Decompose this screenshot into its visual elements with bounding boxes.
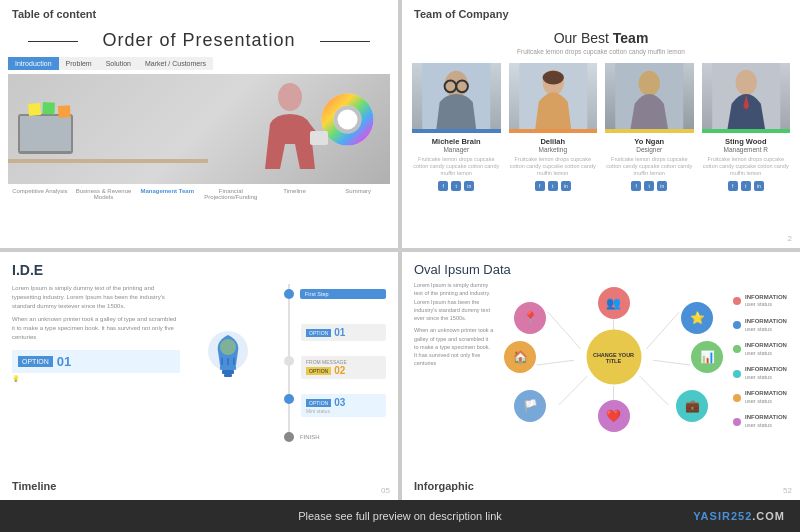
info-body: Lorem Ipsum is simply dummy text of the … [414,277,788,437]
tab-introduction[interactable]: Introduction [8,57,59,70]
member-photo-3 [605,63,694,133]
member-icons-1: f t in [412,181,501,191]
info-label-3: INFORMATION [745,342,787,350]
info-dot-3 [733,345,741,353]
orbit-left: 🏠 [504,341,536,373]
option-03-num: 03 [334,397,345,408]
tl-item-4: OPTION 03 Mini status [276,394,386,417]
bottom-bar: Please see full preview on description l… [0,500,800,532]
member-icons-2: f t in [509,181,598,191]
toc-label: Table of content [12,8,96,20]
member-desc-2: Fruitcake lemon drops cupcake cotton can… [509,156,598,177]
tl-card-1: First Step [300,289,386,299]
svg-point-3 [278,83,302,111]
ide-title: I.D.E [12,262,386,278]
team-member-2: Delilah Marketing Fruitcake lemon drops … [509,63,598,191]
info-text-1: INFORMATION user status [745,294,787,309]
orbit-icon-pin: 📍 [523,311,538,325]
tab-market[interactable]: Market / Customers [138,57,213,70]
member-icon-li-4: in [754,181,764,191]
ide-text: Lorem Ipsum is simply dummy text of the … [12,284,180,442]
nav-competitive: Competitive Analysis [8,188,72,200]
svg-rect-29 [222,370,234,374]
yasir-logo: YASIR252.COM [693,510,785,522]
svg-point-22 [735,70,756,95]
info-text-left: Lorem Ipsum is simply dummy text of the … [414,277,494,437]
nav-financial: Financial Projections/Funding [199,188,263,200]
orbit-icon-bag: 💼 [685,399,700,413]
toc-image [8,74,390,184]
info-row-2: INFORMATION user status [733,318,788,333]
member-name-2: Delilah [509,137,598,146]
info-label-1: INFORMATION [745,294,787,302]
tl-dot-3 [284,394,294,404]
svg-line-37 [559,376,587,405]
tl-dot-2 [284,356,294,366]
svg-point-18 [542,71,563,85]
center-circle: CHANGE YOUR TITLE [586,330,641,385]
tl-card-4: OPTION 03 Mini status [301,394,386,417]
team-subtitle: Fruitcake lemon drops cupcake cotton can… [412,48,790,55]
team-member-1: Michele Brain Manager Fruitcake lemon dr… [412,63,501,191]
svg-line-39 [548,312,581,349]
info-row-1: INFORMATION user status [733,294,788,309]
tl-item-3: FROM MESSAGE OPTION 02 [276,356,386,379]
option-number: 01 [57,354,71,369]
orbit-icon-flag: 🏳️ [523,399,538,413]
member-icon-tw-4: t [741,181,751,191]
info-items-right: INFORMATION user status INFORMATION user… [733,277,788,437]
team-member-3: Yo Ngan Designer Fruitcake lemon drops c… [605,63,694,191]
orbit-top-center: 👥 [598,287,630,319]
nav-management: Management Team [135,188,199,200]
svg-point-31 [220,339,236,355]
member-photo-1 [412,63,501,133]
team-header: Our Best Team Fruitcake lemon drops cupc… [412,30,790,55]
orbit-bottom: ❤️ [598,400,630,432]
team-members: Michele Brain Manager Fruitcake lemon dr… [412,63,790,191]
team-title: Our Best Team [412,30,790,46]
member-icons-4: f t in [702,181,791,191]
orbit-icon-home: 🏠 [513,350,528,364]
tl-card-2: OPTION 01 [301,324,386,341]
tl-item-1: First Step [276,289,386,299]
page-num-ide: 05 [381,486,390,495]
orbit-icon-people: 👥 [606,296,621,310]
info-user-5: user status [745,398,772,404]
page-num-team: 2 [788,234,792,243]
member-name-3: Yo Ngan [605,137,694,146]
mini-status: Mini status [306,408,381,414]
info-diagram: CHANGE YOUR TITLE 👥 ⭐ 📊 💼 ❤️ [504,277,723,437]
option-03-badge: OPTION [306,399,331,407]
ide-bulb-hint: 💡 [12,375,180,382]
info-user-1: user status [745,301,772,307]
member-desc-4: Fruitcake lemon drops cupcake cotton can… [702,156,791,177]
lightbulb-area [188,284,268,442]
member-photo-4 [702,63,791,133]
tab-solution[interactable]: Solution [99,57,138,70]
nav-timeline: Timeline [263,188,327,200]
member-role-2: Marketing [509,146,598,153]
info-title-oval: Oval Ipsum [414,262,483,277]
lightbulb-icon [198,323,258,403]
ide-body-2: When an unknown printer took a galley of… [12,315,180,342]
member-icon-li-1: in [464,181,474,191]
toc-title: Order of Presentation [8,30,390,51]
toc-nav: Competitive Analysis Business & Revenue … [8,188,390,200]
info-text-5: INFORMATION user status [745,390,787,405]
info-label-2: INFORMATION [745,318,787,326]
orbit-icon-chart: 📊 [700,350,715,364]
info-body-1: Lorem Ipsum is simply dummy text of the … [414,281,494,322]
svg-line-33 [646,312,679,349]
info-title-data: Data [483,262,510,277]
info-label-5: INFORMATION [745,390,787,398]
member-icon-li-3: in [657,181,667,191]
toc-tabs: Introduction Problem Solution Market / C… [8,57,390,70]
ide-body-1: Lorem Ipsum is simply dummy text of the … [12,284,180,311]
tab-problem[interactable]: Problem [59,57,99,70]
info-title: Oval Ipsum Data [414,262,788,277]
team-label: Team of Company [414,8,509,20]
orbit-bottom-right: 💼 [676,390,708,422]
orbit-bottom-left: 🏳️ [514,390,546,422]
tl-dot-1 [284,289,294,299]
option-01-num: 01 [334,327,345,338]
